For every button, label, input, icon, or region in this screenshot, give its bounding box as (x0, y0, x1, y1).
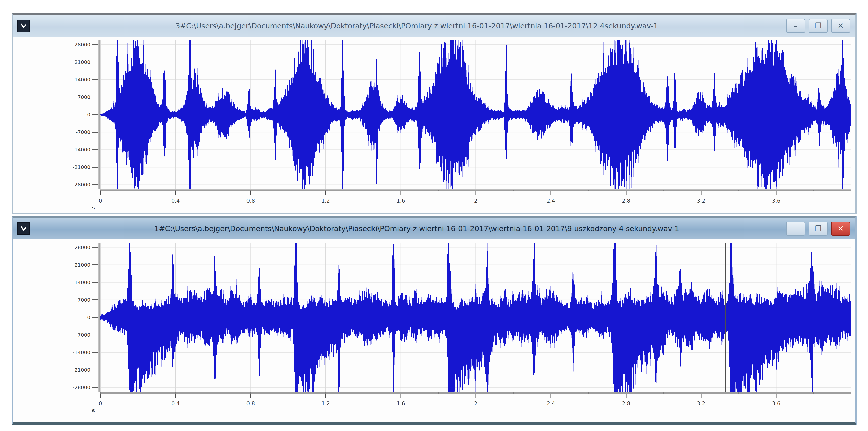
x-tick-label: 2 (474, 198, 477, 204)
x-tick-mark (250, 192, 251, 196)
waveform-plot-1[interactable] (100, 40, 851, 189)
x-tick-mark (100, 192, 101, 196)
waveform-canvas-1[interactable] (100, 40, 851, 189)
waveform-plot-2[interactable] (100, 243, 851, 392)
y-tick-label: 21000 (74, 59, 90, 65)
time-unit-label: s (92, 407, 95, 413)
x-tick-minor (326, 393, 326, 394)
waveform-chart-area-1: 28000210001400070000-7000-14000-21000-28… (13, 37, 855, 213)
x-tick-minor (663, 190, 664, 192)
restore-button[interactable]: ❐ (809, 222, 828, 235)
x-tick-label: 1.2 (321, 198, 330, 204)
y-tick-mark (92, 150, 98, 150)
x-tick-mark (551, 394, 551, 398)
x-tick-mark (100, 394, 101, 398)
x-tick-minor (476, 393, 476, 394)
y-tick-label: -7000 (76, 332, 90, 338)
y-tick-label: 28000 (74, 41, 90, 47)
waveform-window-1: 3#C:\Users\a.bejger\Documents\Naukowy\Do… (12, 12, 857, 214)
y-tick-label: -14000 (73, 350, 90, 356)
x-tick-label: 0.8 (247, 198, 255, 204)
x-axis-ticks: 00.40.81.21.622.42.83.23.6 (100, 192, 851, 214)
waveform-canvas-2[interactable] (100, 243, 851, 392)
x-tick-mark (326, 192, 326, 196)
minimize-button[interactable]: – (786, 222, 805, 235)
x-tick-mark (625, 192, 626, 196)
y-tick-label: 28000 (74, 244, 90, 250)
x-tick-minor (100, 393, 101, 394)
y-tick-label: 7000 (78, 297, 90, 303)
x-tick-minor (813, 190, 814, 192)
y-tick-mark (92, 132, 98, 133)
x-tick-mark (175, 192, 176, 196)
y-tick-mark (92, 97, 98, 97)
y-axis-ruler (98, 243, 100, 392)
x-tick-label: 1.6 (397, 198, 405, 204)
x-tick-minor (588, 393, 589, 394)
x-tick-minor (175, 393, 176, 394)
x-tick-minor (288, 190, 288, 192)
minimize-button[interactable]: – (786, 19, 805, 33)
x-tick-mark (551, 192, 551, 196)
y-tick-mark (92, 317, 98, 318)
restore-button[interactable]: ❐ (809, 19, 828, 33)
x-tick-mark (400, 394, 401, 398)
titlebar-window-2[interactable]: 1#C:\Users\a.bejger\Documents\Naukowy\Do… (13, 218, 855, 239)
y-tick-mark (92, 299, 98, 300)
y-tick-label: -14000 (73, 147, 90, 153)
x-tick-minor (776, 393, 776, 394)
y-tick-label: 21000 (74, 262, 90, 268)
x-tick-label: 0.4 (172, 401, 180, 407)
x-tick-minor (701, 393, 702, 394)
y-axis-ruler (98, 40, 100, 189)
x-tick-minor (813, 393, 814, 394)
y-tick-label: 0 (87, 314, 90, 320)
x-tick-minor (551, 190, 551, 192)
x-tick-label: 2.4 (547, 198, 555, 204)
y-tick-mark (92, 44, 98, 45)
x-tick-label: 1.6 (397, 401, 405, 407)
x-tick-mark (701, 394, 702, 398)
close-button[interactable]: ✕ (831, 222, 850, 235)
y-tick-label: -28000 (73, 182, 90, 188)
y-tick-label: 14000 (74, 76, 90, 82)
waveform-chart-area-2: 28000210001400070000-7000-14000-21000-28… (13, 239, 855, 422)
x-tick-minor (513, 393, 514, 394)
x-tick-minor (363, 190, 364, 192)
x-tick-minor (138, 190, 138, 192)
x-tick-mark (400, 192, 401, 196)
y-tick-label: 14000 (74, 279, 90, 285)
window-buttons: – ❐ ✕ (786, 222, 850, 235)
x-tick-label: 0.8 (247, 401, 255, 407)
x-tick-minor (213, 190, 213, 192)
x-tick-mark (175, 394, 176, 398)
x-tick-label: 0 (99, 198, 102, 204)
x-tick-mark (250, 394, 251, 398)
y-tick-label: -21000 (73, 164, 90, 170)
x-tick-minor (100, 190, 101, 192)
x-tick-label: 3.2 (697, 401, 705, 407)
x-tick-minor (851, 190, 851, 192)
time-unit-label: s (92, 205, 95, 211)
app-icon (17, 20, 30, 32)
x-tick-minor (626, 190, 626, 192)
y-tick-mark (92, 370, 98, 370)
x-tick-minor (138, 393, 138, 394)
app-icon (17, 222, 30, 235)
x-tick-label: 2.4 (547, 401, 555, 407)
x-tick-minor (326, 190, 326, 192)
y-tick-mark (92, 352, 98, 353)
titlebar-window-1[interactable]: 3#C:\Users\a.bejger\Documents\Naukowy\Do… (13, 15, 855, 37)
y-tick-label: -21000 (73, 367, 90, 373)
x-tick-minor (401, 393, 401, 394)
x-tick-mark (776, 394, 777, 398)
y-tick-label: -28000 (73, 385, 90, 391)
close-button[interactable]: ✕ (831, 19, 850, 33)
y-tick-mark (92, 247, 98, 247)
x-tick-minor (363, 393, 364, 394)
window-buttons: – ❐ ✕ (786, 19, 850, 33)
x-tick-minor (738, 393, 739, 394)
x-tick-mark (475, 394, 476, 398)
y-tick-mark (92, 62, 98, 62)
x-tick-mark (625, 394, 626, 398)
